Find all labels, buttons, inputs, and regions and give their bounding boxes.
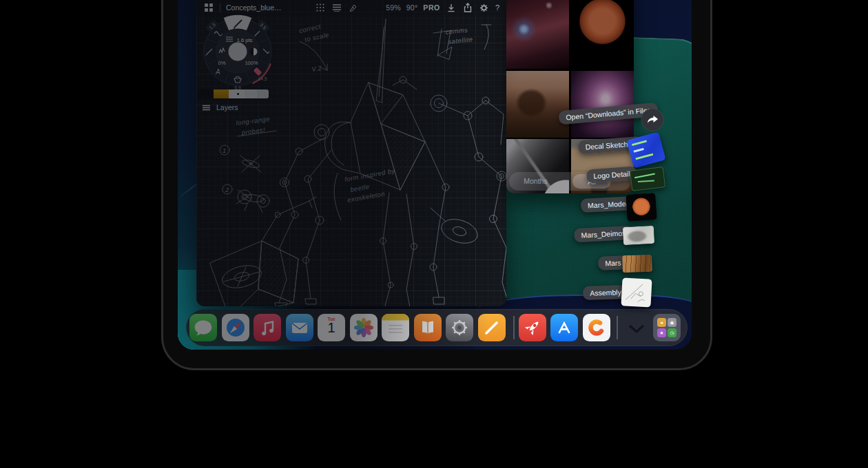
drag-thumb-mars[interactable] — [622, 255, 652, 273]
drag-thumb-logo-detail[interactable] — [630, 167, 665, 191]
ipad-device: correct to scale V.2 comms satellite lon… — [161, 0, 712, 370]
drag-thumb-assembly[interactable] — [621, 277, 652, 307]
assembly-sketch-lines — [621, 277, 652, 307]
ipad-screen: correct to scale V.2 comms satellite lon… — [178, 0, 692, 350]
drag-layer: Open “Downloads” in Files Decal Sketches… — [178, 0, 692, 350]
share-arrow-button[interactable] — [641, 109, 664, 131]
drag-thumb-mars-deimos[interactable] — [623, 226, 654, 245]
share-arrow-icon — [647, 115, 659, 125]
drag-thumb-mars-model[interactable] — [626, 193, 657, 222]
